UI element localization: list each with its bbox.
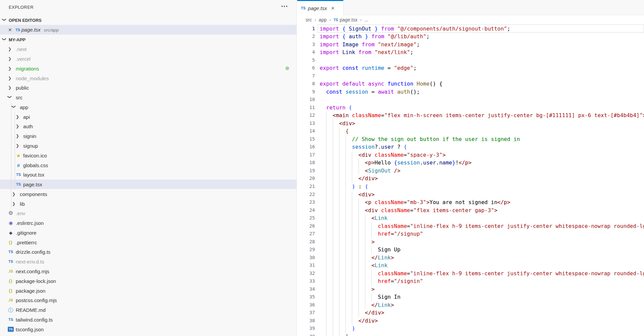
line-number[interactable]: 22 (297, 191, 315, 199)
sidebar-item-auth[interactable]: ❯auth (0, 122, 297, 131)
sidebar-item-layout-tsx[interactable]: TSlayout.tsx (0, 170, 297, 180)
sidebar-item-app[interactable]: ❯app (0, 102, 297, 112)
section-header-my-app[interactable]: ❯MY-APP (0, 35, 297, 44)
sidebar-item-next-env-d-ts[interactable]: TSnext-env.d.ts (0, 257, 297, 267)
line-number[interactable]: 35 (297, 293, 315, 301)
code-line-25[interactable]: 25<Link (297, 214, 644, 222)
line-number[interactable]: 26 (297, 222, 315, 230)
sidebar-item-public[interactable]: ❯public (0, 83, 297, 93)
sidebar-item-gitignore[interactable]: ◆.gitignore (0, 228, 297, 238)
code-line-35[interactable]: 35Sign In (297, 293, 644, 301)
line-number[interactable]: 8 (297, 80, 315, 88)
code-line-38[interactable]: 38</div> (297, 317, 644, 325)
code-line-18[interactable]: 18<p>Hello {session.user.name}!</p> (297, 159, 644, 167)
code-line-31[interactable]: 31<Link (297, 261, 644, 270)
code-line-14[interactable]: 14{ (297, 127, 644, 135)
sidebar-item-package-lock-json[interactable]: {}package-lock.json (0, 276, 297, 286)
line-number[interactable]: 32 (297, 270, 315, 278)
code-line-15[interactable]: 15// Show the sign out button if the use… (297, 135, 644, 143)
sidebar-item-tailwind-config-ts[interactable]: TStailwind.config.ts (0, 315, 297, 324)
line-number[interactable]: 31 (297, 261, 315, 270)
line-number[interactable]: 39 (297, 325, 315, 333)
tab-page-tsx[interactable]: TS page.tsx ✕ (297, 0, 343, 15)
breadcrumb-item-app[interactable]: app (319, 17, 326, 22)
line-number[interactable]: 27 (297, 230, 315, 238)
code-line-12[interactable]: 12<main className="flex min-h-screen ite… (297, 111, 644, 119)
sidebar-item-node-modules[interactable]: ❯node_modules (0, 73, 297, 83)
code-line-29[interactable]: 29Sign Up (297, 246, 644, 254)
line-number[interactable]: 15 (297, 135, 315, 143)
line-number[interactable]: 7 (297, 72, 315, 80)
code-line-40[interactable]: 40} (297, 333, 644, 336)
breadcrumb-item-page-tsx[interactable]: TSpage.tsx (333, 17, 357, 22)
close-icon[interactable]: ✕ (331, 6, 335, 11)
sidebar-item-prettierrc[interactable]: {}.prettierrc (0, 237, 297, 247)
code-line-22[interactable]: 22<div> (297, 191, 644, 199)
line-number[interactable]: 24 (297, 206, 315, 214)
code-line-21[interactable]: 21) : ( (297, 183, 644, 191)
line-number[interactable]: 6 (297, 64, 315, 72)
line-number[interactable]: 4 (297, 48, 315, 56)
code-line-8[interactable]: 8export default async function Home() { (297, 80, 644, 88)
sidebar-item-api[interactable]: ❯api (0, 112, 297, 122)
close-icon[interactable]: ✕ (8, 27, 12, 33)
open-editor-item-page-tsx[interactable]: ✕TSpage.tsxsrc/app (0, 25, 297, 35)
line-number[interactable]: 29 (297, 246, 315, 254)
line-number[interactable]: 1 (297, 25, 315, 33)
sidebar-item-signin[interactable]: ❯signin (0, 131, 297, 141)
code-line-16[interactable]: 16session?.user ? ( (297, 143, 644, 151)
code-line-13[interactable]: 13<div> (297, 119, 644, 128)
line-number[interactable]: 3 (297, 41, 315, 49)
chevron-down-icon[interactable]: ❯ (2, 37, 6, 41)
code-line-3[interactable]: 3import Image from "next/image"; (297, 41, 644, 49)
code-line-24[interactable]: 24<div className="flex items-center gap-… (297, 206, 644, 214)
line-number[interactable]: 25 (297, 214, 315, 222)
code-line-7[interactable]: 7 (297, 72, 644, 80)
line-number[interactable]: 19 (297, 167, 315, 175)
line-number[interactable]: 30 (297, 254, 315, 262)
code-line-30[interactable]: 30</Link> (297, 254, 644, 262)
line-number[interactable]: 20 (297, 175, 315, 183)
section-header-open-editors[interactable]: ❯OPEN EDITORS (0, 15, 297, 25)
line-number[interactable]: 10 (297, 96, 315, 104)
line-number[interactable]: 40 (297, 333, 315, 336)
line-number[interactable]: 18 (297, 159, 315, 167)
code-line-11[interactable]: 11return ( (297, 104, 644, 112)
line-number[interactable]: 2 (297, 33, 315, 41)
sidebar-item-signup[interactable]: ❯signup (0, 141, 297, 151)
line-number[interactable]: 13 (297, 119, 315, 128)
line-number[interactable]: 38 (297, 317, 315, 325)
sidebar-item-package-json[interactable]: {}package.json (0, 286, 297, 295)
line-number[interactable]: 5 (297, 56, 315, 64)
line-number[interactable]: 11 (297, 104, 315, 112)
line-number[interactable]: 34 (297, 285, 315, 293)
sidebar-item-eslintrc-json[interactable]: ◉.eslintrc.json (0, 218, 297, 228)
sidebar-item-favicon-ico[interactable]: ★favicon.ico (0, 150, 297, 160)
sidebar-item-src[interactable]: ❯src (0, 93, 297, 102)
sidebar-item-drizzle-config-ts[interactable]: TSdrizzle.config.ts (0, 247, 297, 257)
line-number[interactable]: 23 (297, 198, 315, 206)
code-line-27[interactable]: 27href="/signup" (297, 230, 644, 238)
line-number[interactable]: 14 (297, 127, 315, 135)
breadcrumb-item-src[interactable]: src (306, 17, 312, 22)
code-line-20[interactable]: 20</div> (297, 175, 644, 183)
sidebar-item-page-tsx[interactable]: TSpage.tsx (0, 180, 297, 189)
sidebar-item-next-config-mjs[interactable]: JSnext.config.mjs (0, 267, 297, 276)
code-line-1[interactable]: 1import { SignOut } from "@/components/a… (297, 25, 644, 33)
code-line-26[interactable]: 26className="inline-flex h-9 items-cente… (297, 222, 644, 230)
line-number[interactable]: 9 (297, 88, 315, 96)
line-number[interactable]: 17 (297, 151, 315, 159)
sidebar-item-postcss-config-mjs[interactable]: JSpostcss.config.mjs (0, 295, 297, 305)
line-number[interactable]: 16 (297, 143, 315, 151)
code-line-37[interactable]: 37</div> (297, 309, 644, 317)
code-line-23[interactable]: 23<p className="mb-3">You are not signed… (297, 198, 644, 206)
line-number[interactable]: 28 (297, 238, 315, 246)
sidebar-item-vercel[interactable]: ❯.vercel (0, 54, 297, 64)
code-line-19[interactable]: 19<SignOut /> (297, 167, 644, 175)
sidebar-item-lib[interactable]: ❯lib (0, 199, 297, 208)
code-line-10[interactable]: 10 (297, 96, 644, 104)
code-line-28[interactable]: 28> (297, 238, 644, 246)
sidebar-item-migrations[interactable]: ❯migrations (0, 63, 297, 73)
sidebar-item-readme-md[interactable]: ⓘREADME.md (0, 305, 297, 315)
line-number[interactable]: 12 (297, 111, 315, 119)
